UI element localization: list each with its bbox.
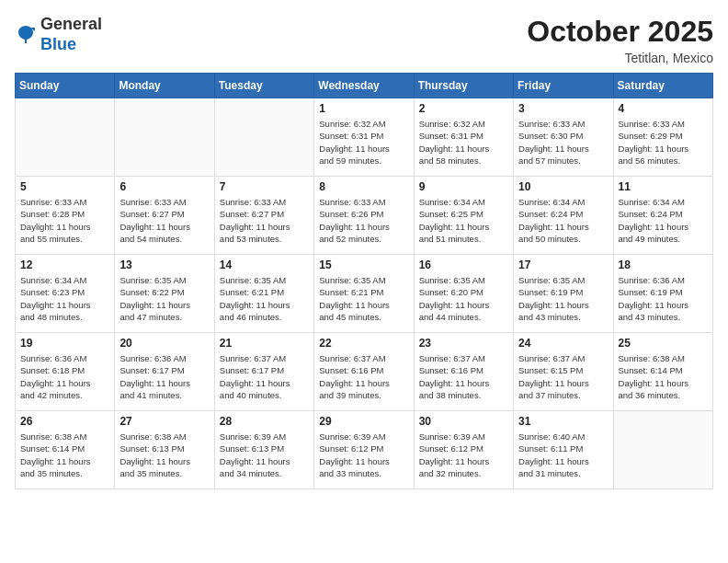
calendar-cell: 5Sunrise: 6:33 AM Sunset: 6:28 PM Daylig… <box>16 177 115 255</box>
day-info: Sunrise: 6:33 AM Sunset: 6:26 PM Dayligh… <box>319 196 408 245</box>
day-info: Sunrise: 6:34 AM Sunset: 6:24 PM Dayligh… <box>518 196 608 245</box>
day-number: 12 <box>20 259 109 271</box>
week-row-3: 12Sunrise: 6:34 AM Sunset: 6:23 PM Dayli… <box>16 255 713 333</box>
calendar-cell: 22Sunrise: 6:37 AM Sunset: 6:16 PM Dayli… <box>314 333 414 411</box>
week-row-2: 5Sunrise: 6:33 AM Sunset: 6:28 PM Daylig… <box>16 177 713 255</box>
day-number: 27 <box>119 415 209 428</box>
day-number: 15 <box>319 259 408 271</box>
calendar-cell: 25Sunrise: 6:38 AM Sunset: 6:14 PM Dayli… <box>613 333 712 411</box>
calendar-cell: 27Sunrise: 6:38 AM Sunset: 6:13 PM Dayli… <box>115 411 214 489</box>
week-row-1: 1Sunrise: 6:32 AM Sunset: 6:31 PM Daylig… <box>16 98 713 177</box>
day-info: Sunrise: 6:32 AM Sunset: 6:31 PM Dayligh… <box>419 118 508 167</box>
day-number: 23 <box>419 337 508 350</box>
calendar-cell: 11Sunrise: 6:34 AM Sunset: 6:24 PM Dayli… <box>613 177 712 255</box>
calendar-cell: 3Sunrise: 6:33 AM Sunset: 6:30 PM Daylig… <box>514 98 613 177</box>
calendar-cell: 26Sunrise: 6:38 AM Sunset: 6:14 PM Dayli… <box>16 411 115 489</box>
calendar-cell: 28Sunrise: 6:39 AM Sunset: 6:13 PM Dayli… <box>214 411 313 489</box>
day-info: Sunrise: 6:33 AM Sunset: 6:27 PM Dayligh… <box>220 196 309 245</box>
day-info: Sunrise: 6:39 AM Sunset: 6:13 PM Dayligh… <box>220 431 309 479</box>
calendar-cell <box>16 98 115 177</box>
calendar-cell: 24Sunrise: 6:37 AM Sunset: 6:15 PM Dayli… <box>514 333 613 411</box>
day-info: Sunrise: 6:39 AM Sunset: 6:12 PM Dayligh… <box>419 431 508 479</box>
day-number: 20 <box>119 337 209 350</box>
calendar-cell: 12Sunrise: 6:34 AM Sunset: 6:23 PM Dayli… <box>16 255 115 333</box>
day-header-tuesday: Tuesday <box>214 74 313 98</box>
calendar-cell: 21Sunrise: 6:37 AM Sunset: 6:17 PM Dayli… <box>214 333 313 411</box>
calendar-cell: 30Sunrise: 6:39 AM Sunset: 6:12 PM Dayli… <box>414 411 513 489</box>
day-number: 21 <box>220 337 309 350</box>
day-header-thursday: Thursday <box>414 74 513 98</box>
calendar-cell: 7Sunrise: 6:33 AM Sunset: 6:27 PM Daylig… <box>214 177 313 255</box>
day-info: Sunrise: 6:34 AM Sunset: 6:24 PM Dayligh… <box>619 196 708 245</box>
day-info: Sunrise: 6:39 AM Sunset: 6:12 PM Dayligh… <box>319 431 408 479</box>
day-number: 3 <box>518 102 608 115</box>
day-info: Sunrise: 6:36 AM Sunset: 6:17 PM Dayligh… <box>119 352 209 401</box>
calendar-cell: 18Sunrise: 6:36 AM Sunset: 6:19 PM Dayli… <box>613 255 712 333</box>
calendar-cell: 16Sunrise: 6:35 AM Sunset: 6:20 PM Dayli… <box>414 255 513 333</box>
day-info: Sunrise: 6:37 AM Sunset: 6:15 PM Dayligh… <box>518 352 608 401</box>
day-number: 25 <box>619 337 708 350</box>
day-number: 10 <box>518 180 608 193</box>
day-info: Sunrise: 6:38 AM Sunset: 6:14 PM Dayligh… <box>20 431 109 479</box>
day-number: 14 <box>220 259 309 271</box>
day-info: Sunrise: 6:32 AM Sunset: 6:31 PM Dayligh… <box>319 118 408 167</box>
day-info: Sunrise: 6:37 AM Sunset: 6:17 PM Dayligh… <box>220 352 309 401</box>
day-info: Sunrise: 6:35 AM Sunset: 6:19 PM Dayligh… <box>518 274 608 323</box>
week-row-4: 19Sunrise: 6:36 AM Sunset: 6:18 PM Dayli… <box>16 333 713 411</box>
day-info: Sunrise: 6:33 AM Sunset: 6:29 PM Dayligh… <box>619 118 708 167</box>
week-row-5: 26Sunrise: 6:38 AM Sunset: 6:14 PM Dayli… <box>16 411 713 489</box>
calendar-table: SundayMondayTuesdayWednesdayThursdayFrid… <box>15 73 713 489</box>
day-number: 7 <box>220 180 309 193</box>
day-number: 2 <box>419 102 508 115</box>
day-number: 6 <box>119 180 209 193</box>
day-info: Sunrise: 6:33 AM Sunset: 6:28 PM Dayligh… <box>20 196 109 245</box>
calendar-cell: 19Sunrise: 6:36 AM Sunset: 6:18 PM Dayli… <box>16 333 115 411</box>
calendar-cell: 29Sunrise: 6:39 AM Sunset: 6:12 PM Dayli… <box>314 411 414 489</box>
day-number: 17 <box>518 259 608 271</box>
day-info: Sunrise: 6:34 AM Sunset: 6:23 PM Dayligh… <box>20 274 109 323</box>
calendar-cell: 1Sunrise: 6:32 AM Sunset: 6:31 PM Daylig… <box>314 98 414 177</box>
calendar-header-row: SundayMondayTuesdayWednesdayThursdayFrid… <box>16 74 713 98</box>
day-header-saturday: Saturday <box>613 74 712 98</box>
day-number: 24 <box>518 337 608 350</box>
day-info: Sunrise: 6:33 AM Sunset: 6:30 PM Dayligh… <box>518 118 608 167</box>
calendar-cell: 14Sunrise: 6:35 AM Sunset: 6:21 PM Dayli… <box>214 255 313 333</box>
calendar-cell: 2Sunrise: 6:32 AM Sunset: 6:31 PM Daylig… <box>414 98 513 177</box>
day-number: 4 <box>619 102 708 115</box>
day-number: 1 <box>319 102 408 115</box>
day-number: 22 <box>319 337 408 350</box>
calendar-cell: 4Sunrise: 6:33 AM Sunset: 6:29 PM Daylig… <box>613 98 712 177</box>
day-number: 30 <box>419 415 508 428</box>
calendar-cell: 6Sunrise: 6:33 AM Sunset: 6:27 PM Daylig… <box>115 177 214 255</box>
day-header-wednesday: Wednesday <box>314 74 414 98</box>
day-header-sunday: Sunday <box>16 74 115 98</box>
day-info: Sunrise: 6:36 AM Sunset: 6:19 PM Dayligh… <box>619 274 708 323</box>
day-number: 28 <box>220 415 309 428</box>
calendar-cell: 20Sunrise: 6:36 AM Sunset: 6:17 PM Dayli… <box>115 333 214 411</box>
day-info: Sunrise: 6:35 AM Sunset: 6:22 PM Dayligh… <box>119 274 209 323</box>
calendar-cell: 23Sunrise: 6:37 AM Sunset: 6:16 PM Dayli… <box>414 333 513 411</box>
day-number: 31 <box>518 415 608 428</box>
day-number: 8 <box>319 180 408 193</box>
calendar-cell: 8Sunrise: 6:33 AM Sunset: 6:26 PM Daylig… <box>314 177 414 255</box>
day-info: Sunrise: 6:35 AM Sunset: 6:20 PM Dayligh… <box>419 274 508 323</box>
day-header-friday: Friday <box>514 74 613 98</box>
day-number: 9 <box>419 180 508 193</box>
calendar-cell: 10Sunrise: 6:34 AM Sunset: 6:24 PM Dayli… <box>514 177 613 255</box>
day-number: 16 <box>419 259 508 271</box>
day-number: 11 <box>619 180 708 193</box>
day-header-monday: Monday <box>115 74 214 98</box>
day-info: Sunrise: 6:33 AM Sunset: 6:27 PM Dayligh… <box>119 196 209 245</box>
day-info: Sunrise: 6:38 AM Sunset: 6:13 PM Dayligh… <box>119 431 209 479</box>
calendar-cell: 31Sunrise: 6:40 AM Sunset: 6:11 PM Dayli… <box>514 411 613 489</box>
day-number: 26 <box>20 415 109 428</box>
day-info: Sunrise: 6:35 AM Sunset: 6:21 PM Dayligh… <box>220 274 309 323</box>
day-info: Sunrise: 6:34 AM Sunset: 6:25 PM Dayligh… <box>419 196 508 245</box>
calendar-cell <box>115 98 214 177</box>
logo: General Blue <box>15 15 102 54</box>
logo-blue-text: Blue <box>40 35 76 53</box>
day-info: Sunrise: 6:36 AM Sunset: 6:18 PM Dayligh… <box>20 352 109 401</box>
calendar-cell <box>214 98 313 177</box>
logo-general-text: General <box>40 15 102 33</box>
day-number: 13 <box>119 259 209 271</box>
